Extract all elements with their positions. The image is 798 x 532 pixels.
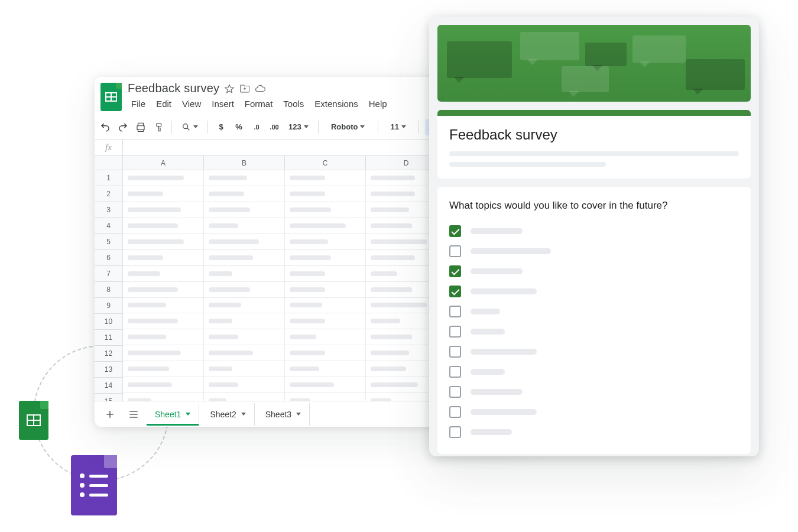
tab-sheet2[interactable]: Sheet2 xyxy=(202,403,254,426)
checkbox-icon[interactable] xyxy=(449,406,461,418)
checkbox-icon[interactable] xyxy=(449,426,461,438)
cell[interactable] xyxy=(204,377,285,393)
cell[interactable] xyxy=(285,234,366,250)
cell[interactable] xyxy=(123,234,204,250)
cell[interactable] xyxy=(123,361,204,377)
font-size-dropdown[interactable]: 11 xyxy=(384,119,413,135)
checkbox-option[interactable] xyxy=(449,221,739,241)
cell[interactable] xyxy=(123,329,204,345)
cell[interactable] xyxy=(204,282,285,298)
cell[interactable] xyxy=(285,202,366,218)
cell[interactable] xyxy=(123,202,204,218)
checkbox-option[interactable] xyxy=(449,402,739,422)
row-header[interactable]: 6 xyxy=(95,250,123,266)
col-header-C[interactable]: C xyxy=(285,156,366,170)
row-header[interactable]: 7 xyxy=(95,266,123,282)
cell[interactable] xyxy=(204,298,285,314)
menu-view[interactable]: View xyxy=(179,98,205,110)
number-format-dropdown[interactable]: 123 xyxy=(285,119,312,135)
row-header[interactable]: 3 xyxy=(95,202,123,218)
row-header[interactable]: 10 xyxy=(95,314,123,330)
cell[interactable] xyxy=(204,170,285,186)
checkbox-option[interactable] xyxy=(449,362,739,382)
row-header[interactable]: 4 xyxy=(95,218,123,234)
checkbox-option[interactable] xyxy=(449,342,739,362)
checkbox-icon[interactable] xyxy=(449,346,461,358)
checkbox-option[interactable] xyxy=(449,382,739,402)
cell[interactable] xyxy=(204,250,285,266)
font-family-dropdown[interactable]: Roboto xyxy=(325,119,372,135)
cell[interactable] xyxy=(123,377,204,393)
cell[interactable] xyxy=(285,377,366,393)
cell[interactable] xyxy=(285,345,366,361)
star-icon[interactable] xyxy=(224,83,235,94)
cell[interactable] xyxy=(123,266,204,282)
increase-decimal-button[interactable]: .00 xyxy=(267,119,281,135)
cell[interactable] xyxy=(123,250,204,266)
cell[interactable] xyxy=(204,234,285,250)
cell[interactable] xyxy=(285,186,366,202)
menu-extensions[interactable]: Extensions xyxy=(311,98,361,110)
cell[interactable] xyxy=(285,361,366,377)
row-header[interactable]: 8 xyxy=(95,282,123,298)
row-header[interactable]: 2 xyxy=(95,186,123,202)
checkbox-icon[interactable] xyxy=(449,286,461,297)
tab-sheet3[interactable]: Sheet3 xyxy=(257,403,310,426)
cell[interactable] xyxy=(204,345,285,361)
add-sheet-button[interactable] xyxy=(99,404,121,425)
tab-sheet1[interactable]: Sheet1 xyxy=(147,403,199,426)
checkbox-option[interactable] xyxy=(449,301,739,322)
checkbox-icon[interactable] xyxy=(449,245,461,257)
menu-file[interactable]: File xyxy=(128,98,149,110)
cell[interactable] xyxy=(123,186,204,202)
row-header[interactable]: 12 xyxy=(95,346,123,362)
checkbox-option[interactable] xyxy=(449,322,739,342)
cell[interactable] xyxy=(285,298,366,314)
document-title[interactable]: Feedback survey xyxy=(128,82,219,95)
row-header[interactable]: 5 xyxy=(95,234,123,250)
zoom-dropdown[interactable] xyxy=(178,119,202,135)
row-header[interactable]: 13 xyxy=(95,362,123,378)
cell[interactable] xyxy=(204,218,285,234)
cell[interactable] xyxy=(123,313,204,329)
cell[interactable] xyxy=(285,282,366,298)
cell[interactable] xyxy=(204,329,285,345)
cell[interactable] xyxy=(285,313,366,329)
row-header[interactable]: 11 xyxy=(95,330,123,346)
print-button[interactable] xyxy=(134,119,148,135)
cell[interactable] xyxy=(204,313,285,329)
col-header-B[interactable]: B xyxy=(204,156,285,170)
all-sheets-button[interactable] xyxy=(123,404,144,425)
row-header[interactable]: 1 xyxy=(95,170,123,186)
menu-tools[interactable]: Tools xyxy=(280,98,307,110)
cell[interactable] xyxy=(285,170,366,186)
percent-button[interactable]: % xyxy=(232,119,246,135)
cell[interactable] xyxy=(123,282,204,298)
checkbox-icon[interactable] xyxy=(449,386,461,398)
menu-format[interactable]: Format xyxy=(241,98,277,110)
checkbox-icon[interactable] xyxy=(449,326,461,338)
cell[interactable] xyxy=(123,298,204,314)
checkbox-icon[interactable] xyxy=(449,366,461,378)
checkbox-icon[interactable] xyxy=(449,265,461,277)
cell[interactable] xyxy=(204,361,285,377)
row-header[interactable]: 9 xyxy=(95,298,123,314)
paint-format-button[interactable] xyxy=(151,119,166,135)
currency-button[interactable]: $ xyxy=(214,119,228,135)
checkbox-icon[interactable] xyxy=(449,306,461,317)
cell[interactable] xyxy=(285,329,366,345)
decrease-decimal-button[interactable]: .0 xyxy=(249,119,264,135)
redo-button[interactable] xyxy=(116,119,130,135)
cell[interactable] xyxy=(285,250,366,266)
cell[interactable] xyxy=(204,266,285,282)
undo-button[interactable] xyxy=(98,119,112,135)
select-all-cell[interactable] xyxy=(95,156,123,170)
menu-help[interactable]: Help xyxy=(365,98,391,110)
cell[interactable] xyxy=(123,218,204,234)
checkbox-option[interactable] xyxy=(449,422,739,442)
checkbox-option[interactable] xyxy=(449,281,739,301)
checkbox-option[interactable] xyxy=(449,261,739,281)
cell[interactable] xyxy=(123,170,204,186)
cell[interactable] xyxy=(123,345,204,361)
checkbox-icon[interactable] xyxy=(449,225,461,237)
